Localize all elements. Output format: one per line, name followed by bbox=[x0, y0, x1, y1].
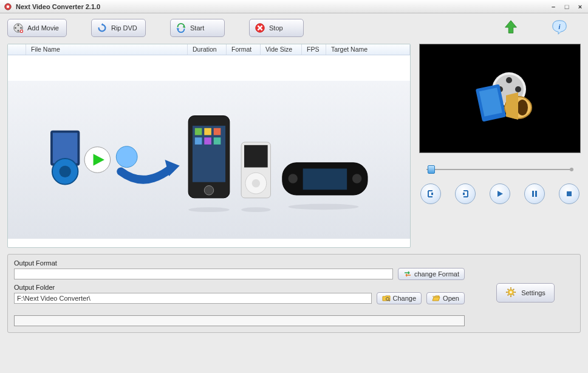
output-format-label: Output Format bbox=[14, 259, 465, 267]
svg-rect-29 bbox=[195, 128, 202, 135]
svg-line-72 bbox=[508, 295, 509, 296]
player-controls bbox=[419, 181, 581, 207]
svg-line-71 bbox=[513, 295, 514, 296]
rip-dvd-button[interactable]: Rip DVD bbox=[91, 19, 146, 37]
svg-point-55 bbox=[517, 100, 528, 115]
svg-marker-10 bbox=[102, 23, 104, 26]
output-panel: Output Format change Format Output Folde… bbox=[7, 254, 581, 333]
toolbar: Add Movie Rip DVD Start Stop i bbox=[7, 18, 581, 38]
titlebar: Next Video Converter 2.1.0 – □ × bbox=[0, 0, 588, 13]
refresh-icon bbox=[176, 22, 186, 33]
file-list-header: File Name Duration Format Vide Size FPS … bbox=[8, 44, 410, 55]
film-reel-icon bbox=[13, 22, 24, 33]
open-folder-label: Open bbox=[443, 295, 459, 302]
svg-rect-32 bbox=[195, 137, 202, 145]
upload-icon[interactable] bbox=[502, 18, 520, 38]
svg-point-6 bbox=[20, 27, 22, 29]
svg-point-28 bbox=[204, 186, 213, 195]
svg-rect-30 bbox=[204, 128, 211, 135]
settings-button[interactable]: Settings bbox=[496, 283, 555, 303]
svg-rect-31 bbox=[214, 128, 221, 135]
stop-label: Stop bbox=[269, 24, 283, 32]
svg-point-4 bbox=[18, 30, 19, 32]
change-format-button[interactable]: change Format bbox=[398, 268, 465, 280]
window-title: Next Video Converter 2.1.0 bbox=[16, 3, 549, 10]
change-folder-button[interactable]: Change bbox=[377, 292, 422, 304]
preview-window bbox=[419, 44, 581, 153]
seek-slider[interactable] bbox=[422, 164, 578, 175]
start-button[interactable]: Start bbox=[170, 19, 225, 37]
svg-marker-12 bbox=[177, 28, 180, 31]
svg-point-3 bbox=[18, 24, 19, 26]
svg-point-1 bbox=[7, 5, 9, 7]
svg-rect-36 bbox=[244, 145, 268, 168]
settings-label: Settings bbox=[521, 289, 545, 296]
svg-point-5 bbox=[15, 27, 16, 29]
svg-rect-58 bbox=[463, 193, 465, 195]
close-button[interactable]: × bbox=[576, 2, 584, 11]
add-movie-button[interactable]: Add Movie bbox=[7, 19, 67, 37]
app-icon bbox=[4, 2, 12, 11]
svg-point-45 bbox=[289, 204, 359, 210]
minimize-button[interactable]: – bbox=[549, 2, 558, 11]
svg-rect-60 bbox=[532, 191, 534, 197]
svg-marker-16 bbox=[505, 21, 517, 33]
column-target-name[interactable]: Target Name bbox=[326, 44, 410, 55]
pause-button[interactable] bbox=[524, 183, 545, 204]
add-movie-label: Add Movie bbox=[27, 24, 59, 32]
folder-open-icon bbox=[432, 294, 440, 303]
svg-marker-11 bbox=[183, 26, 186, 29]
svg-point-48 bbox=[506, 77, 512, 83]
svg-point-41 bbox=[289, 174, 298, 183]
svg-point-24 bbox=[116, 146, 137, 168]
svg-rect-62 bbox=[567, 191, 572, 196]
svg-point-42 bbox=[352, 174, 361, 183]
window-buttons: – □ × bbox=[549, 2, 584, 11]
seek-thumb[interactable] bbox=[428, 165, 435, 174]
svg-marker-59 bbox=[497, 191, 503, 197]
column-checkbox[interactable] bbox=[8, 44, 26, 55]
change-folder-label: Change bbox=[393, 295, 417, 302]
column-format[interactable]: Format bbox=[227, 44, 261, 55]
start-label: Start bbox=[190, 24, 204, 32]
progress-bar bbox=[14, 315, 465, 326]
svg-point-21 bbox=[60, 166, 71, 177]
dvd-icon bbox=[97, 22, 108, 33]
swap-icon bbox=[403, 270, 412, 278]
output-format-input[interactable] bbox=[14, 269, 393, 279]
output-folder-label: Output Folder bbox=[14, 284, 465, 291]
svg-rect-57 bbox=[431, 193, 433, 195]
empty-illustration bbox=[8, 81, 410, 239]
folder-search-icon bbox=[382, 294, 391, 303]
svg-marker-56 bbox=[506, 92, 518, 120]
svg-point-44 bbox=[241, 207, 270, 212]
mark-out-button[interactable] bbox=[455, 183, 476, 204]
column-file-name[interactable]: File Name bbox=[26, 44, 188, 55]
svg-rect-33 bbox=[204, 137, 211, 145]
open-folder-button[interactable]: Open bbox=[426, 292, 465, 304]
svg-point-43 bbox=[188, 207, 230, 212]
play-button[interactable] bbox=[490, 183, 510, 204]
mark-in-button[interactable] bbox=[420, 183, 441, 204]
maximize-button[interactable]: □ bbox=[562, 2, 571, 11]
stop-icon bbox=[255, 22, 265, 33]
file-list-panel: File Name Duration Format Vide Size FPS … bbox=[7, 44, 411, 248]
svg-rect-9 bbox=[21, 30, 22, 32]
stop-playback-button[interactable] bbox=[559, 183, 579, 204]
svg-line-70 bbox=[508, 289, 509, 290]
column-video-size[interactable]: Vide Size bbox=[261, 44, 302, 55]
svg-rect-61 bbox=[535, 191, 537, 197]
rip-dvd-label: Rip DVD bbox=[111, 24, 137, 32]
svg-line-73 bbox=[513, 289, 514, 290]
stop-button[interactable]: Stop bbox=[249, 19, 304, 37]
svg-point-50 bbox=[515, 86, 521, 92]
svg-rect-40 bbox=[303, 169, 347, 190]
gear-icon bbox=[505, 287, 516, 299]
change-format-label: change Format bbox=[414, 270, 459, 278]
info-icon[interactable]: i bbox=[550, 18, 569, 38]
column-duration[interactable]: Duration bbox=[188, 44, 227, 55]
svg-point-74 bbox=[510, 291, 512, 293]
output-folder-input[interactable] bbox=[14, 293, 372, 304]
column-fps[interactable]: FPS bbox=[302, 44, 326, 55]
svg-rect-34 bbox=[214, 137, 221, 145]
